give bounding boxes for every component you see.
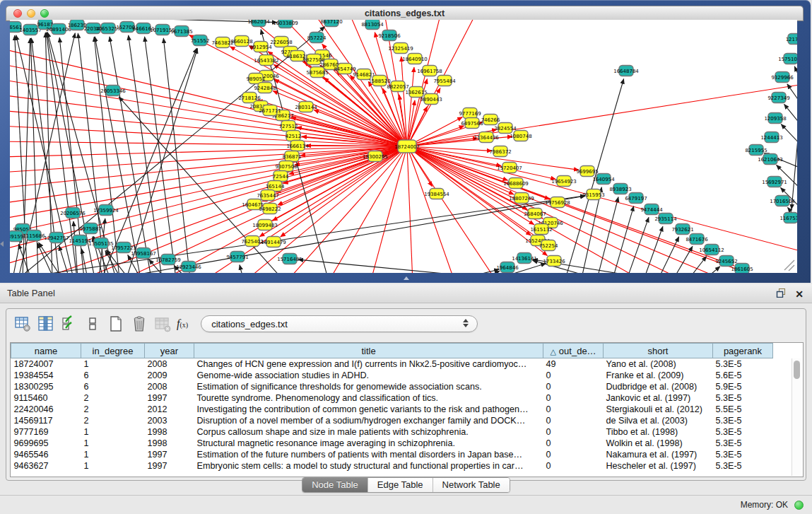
table-cell[interactable]: 0	[543, 426, 604, 438]
function-builder-icon[interactable]: f(x)	[177, 317, 188, 330]
table-cell[interactable]: 5.3E-5	[713, 358, 773, 370]
table-cell[interactable]: Genome-wide association studies in ADHD.	[194, 370, 543, 381]
table-cell[interactable]: 2003	[145, 415, 194, 426]
table-settings-icon[interactable]	[13, 315, 32, 333]
table-cell[interactable]: 14569117	[11, 415, 81, 426]
table-cell[interactable]: 1	[81, 460, 145, 472]
memory-ok-indicator-icon[interactable]	[794, 501, 804, 510]
table-cell[interactable]: 5.3E-5	[713, 426, 773, 438]
table-row[interactable]: 977716911998Corpus callosum shape and si…	[11, 426, 773, 438]
tab-node-table[interactable]: Node Table	[302, 478, 368, 492]
table-cell[interactable]: Franke et al. (2009)	[604, 370, 713, 381]
column-header-pagerank[interactable]: pagerank	[713, 344, 773, 358]
table-cell[interactable]: 1997	[145, 460, 194, 472]
table-row[interactable]: 946554611997Estimation of the future num…	[11, 449, 773, 460]
table-cell[interactable]: 9465546	[11, 449, 81, 460]
tab-edge-table[interactable]: Edge Table	[368, 478, 433, 492]
table-cell[interactable]: 9777169	[11, 426, 81, 438]
table-cell[interactable]: 1998	[145, 426, 194, 438]
table-cell[interactable]: Tourette syndrome. Phenomenology and cla…	[194, 392, 543, 404]
table-cell[interactable]: 18724007	[11, 358, 81, 370]
table-scrollbar[interactable]	[792, 358, 802, 476]
column-header-name[interactable]: name	[11, 344, 81, 358]
table-cell[interactable]: 0	[543, 460, 604, 472]
close-panel-icon[interactable]: ✕	[795, 288, 804, 300]
table-row[interactable]: 946362711997Embryonic stem cells: a mode…	[11, 460, 773, 472]
table-cell[interactable]: Jankovic et al. (1997)	[604, 392, 713, 404]
select-rows-icon[interactable]	[60, 315, 78, 333]
table-row[interactable]: 911546021997Tourette syndrome. Phenomeno…	[11, 392, 773, 404]
tab-network-table[interactable]: Network Table	[433, 478, 510, 492]
table-cell[interactable]: Estimation of significance thresholds fo…	[194, 381, 543, 392]
table-cell[interactable]: 2012	[145, 404, 194, 415]
table-cell[interactable]: 2	[81, 404, 145, 415]
table-cell[interactable]: 0	[543, 404, 604, 415]
table-cell[interactable]: 19384554	[11, 370, 81, 381]
column-header-out_de[interactable]: △out_de…	[543, 344, 604, 358]
table-cell[interactable]: Disruption of a novel member of a sodium…	[194, 415, 543, 426]
table-row[interactable]: 2242004622012Investigating the contribut…	[11, 404, 773, 415]
table-cell[interactable]: Structural magnetic resonance image aver…	[194, 438, 543, 449]
table-row[interactable]: 1872400712008Changes of HCN gene express…	[11, 358, 773, 370]
table-cell[interactable]: 5.3E-5	[713, 460, 773, 472]
table-cell[interactable]: 9115460	[11, 392, 81, 404]
table-cell[interactable]: 1997	[145, 449, 194, 460]
float-panel-icon[interactable]	[776, 288, 787, 300]
table-cell[interactable]: Investigating the contribution of common…	[194, 404, 543, 415]
table-cell[interactable]: 9463627	[11, 460, 81, 472]
table-cell[interactable]: 5.5E-5	[713, 404, 773, 415]
table-cell[interactable]: Estimation of the future numbers of pati…	[194, 449, 543, 460]
column-visibility-icon[interactable]	[37, 315, 55, 333]
panel-collapse-arrow-icon[interactable]	[0, 241, 4, 247]
table-cell[interactable]: Stergiakouli et al. (2012)	[604, 404, 713, 415]
table-cell[interactable]: 5.9E-5	[713, 381, 773, 392]
table-cell[interactable]: 9699695	[11, 438, 81, 449]
table-cell[interactable]: 0	[543, 449, 604, 460]
table-cell[interactable]: de Silva et al. (2003)	[604, 415, 713, 426]
table-cell[interactable]: 5.6E-5	[713, 370, 773, 381]
table-cell[interactable]: 0	[543, 370, 604, 381]
column-header-short[interactable]: short	[604, 344, 713, 358]
table-cell[interactable]: 22420046	[11, 404, 81, 415]
table-cell[interactable]: 1	[81, 438, 145, 449]
table-scrollbar-thumb[interactable]	[794, 361, 800, 379]
table-row[interactable]: 1456911722003Disruption of a novel membe…	[11, 415, 773, 426]
column-header-title[interactable]: title	[194, 344, 543, 358]
table-cell[interactable]: 0	[543, 415, 604, 426]
table-cell[interactable]: 2	[81, 392, 145, 404]
table-cell[interactable]: 0	[543, 392, 604, 404]
table-cell[interactable]: 0	[543, 438, 604, 449]
table-cell[interactable]: 1	[81, 449, 145, 460]
table-cell[interactable]: 1	[81, 358, 145, 370]
splitter-handle-icon[interactable]	[404, 276, 409, 280]
table-cell[interactable]: Yano et al. (2008)	[604, 358, 713, 370]
delete-rows-trash-icon[interactable]	[130, 315, 148, 333]
table-cell[interactable]: 5.3E-5	[713, 415, 773, 426]
table-cell[interactable]: Corpus callosum shape and size in male p…	[194, 426, 543, 438]
table-cell[interactable]: Hescheler et al. (1997)	[604, 460, 713, 472]
table-cell[interactable]: 18300295	[11, 381, 81, 392]
table-cell[interactable]: Embryonic stem cells: a model to study s…	[194, 460, 543, 472]
table-cell[interactable]: 5.3E-5	[713, 449, 773, 460]
table-cell[interactable]: 1	[81, 426, 145, 438]
table-cell[interactable]: 5.3E-5	[713, 438, 773, 449]
table-cell[interactable]: 49	[543, 358, 604, 370]
table-cell[interactable]: Wolkin et al. (1998)	[604, 438, 713, 449]
table-cell[interactable]: 1998	[145, 438, 194, 449]
table-row[interactable]: 1938455462009Genome-wide association stu…	[11, 370, 773, 381]
table-cell[interactable]: 2008	[145, 358, 194, 370]
row-stack-icon[interactable]	[83, 315, 102, 333]
resize-grip-icon[interactable]	[784, 260, 794, 271]
table-cell[interactable]: Tibbo et al. (1998)	[604, 426, 713, 438]
table-cell[interactable]: 1997	[145, 392, 194, 404]
table-row[interactable]: 969969511998Structural magnetic resonanc…	[11, 438, 773, 449]
table-cell[interactable]: Nakamura et al. (1997)	[604, 449, 713, 460]
table-cell[interactable]: 2	[81, 415, 145, 426]
new-table-icon[interactable]	[107, 315, 125, 333]
network-canvas[interactable]: 1872400718300295193845549777169649756874…	[10, 20, 797, 273]
table-cell[interactable]: 5.3E-5	[713, 392, 773, 404]
table-row[interactable]: 1830029562008Estimation of significance …	[11, 381, 773, 392]
table-cell[interactable]: 2009	[145, 370, 194, 381]
network-window-titlebar[interactable]: citations_edges.txt	[6, 6, 804, 21]
column-header-in_degree[interactable]: in_degree	[81, 344, 145, 358]
